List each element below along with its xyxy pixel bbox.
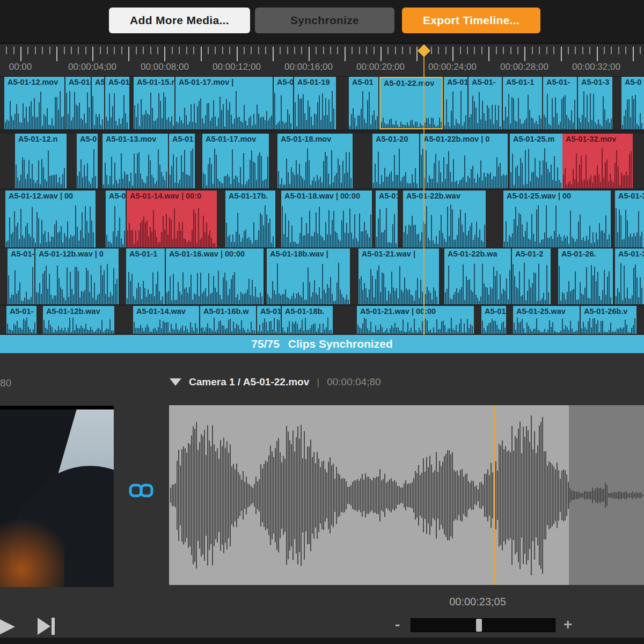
- clip-a5-01[interactable]: A5-01: [169, 134, 195, 188]
- video-track-1: A5-01-12.movA5-01-A5A5-01A5-01-15.rA5-01…: [0, 77, 644, 129]
- chevron-down-icon[interactable]: [170, 378, 181, 386]
- clip-a5-01-22b-mov-0[interactable]: A5-01-22b.mov | 0: [420, 134, 508, 188]
- clip-a5-0[interactable]: A5-0: [77, 134, 98, 188]
- clip-a5-01-18b[interactable]: A5-01-18b.: [282, 306, 333, 334]
- clip-a5-01-12-wav-00[interactable]: A5-01-12.wav | 00: [5, 191, 96, 247]
- zoom-out-button[interactable]: -: [395, 616, 400, 633]
- clip-label: A5-01-17b.: [225, 191, 275, 200]
- clip-a5-01-25-m[interactable]: A5-01-25.m: [510, 134, 562, 188]
- ruler-tick: [539, 47, 540, 54]
- clip-a5-01[interactable]: A5-01: [481, 306, 506, 334]
- zoom-slider-handle[interactable]: [476, 619, 482, 632]
- ruler-tick: [316, 47, 317, 54]
- ruler-tick: [49, 47, 50, 54]
- clip-a5[interactable]: A5: [92, 77, 104, 129]
- clip-waveform: [200, 317, 256, 334]
- clip-a5-01[interactable]: A5-01: [257, 306, 281, 334]
- clip-label: A5-01-25.wav | 00: [503, 191, 611, 200]
- zoom-slider-track[interactable]: [411, 618, 555, 632]
- clip-a5-01-25-wav[interactable]: A5-01-25.wav: [513, 306, 580, 334]
- export-timeline-button[interactable]: Export Timeline...: [402, 8, 540, 33]
- clip-a5-01[interactable]: A5-01-: [6, 306, 36, 334]
- clip-a5-01-14-wav-00-0[interactable]: A5-01-14.wav | 00:0: [127, 191, 217, 247]
- clip-a5-01-3[interactable]: A5-01-3: [578, 77, 612, 129]
- clip-a5-01-17-mov[interactable]: A5-01-17.mov: [202, 134, 269, 188]
- ruler-tick: [618, 47, 619, 54]
- clip-a5-01-22-mov[interactable]: A5-01-22.mov: [379, 77, 443, 129]
- clip-waveform: [126, 260, 165, 304]
- ruler-tick: [157, 47, 158, 54]
- clip-a5-0[interactable]: A5-0: [621, 77, 644, 129]
- timeline-ruler[interactable]: 00:0000:00:04;0000:00:08;0000:00:12;0000…: [0, 43, 644, 77]
- clip-a5-01-25-wav-00[interactable]: A5-01-25.wav | 00: [503, 191, 611, 247]
- clip-a5-01-32-mov[interactable]: A5-01-32.mov: [562, 134, 633, 188]
- clip-label: A5-01-16b.w: [200, 306, 256, 316]
- clip-a5-01[interactable]: A5-01: [376, 191, 398, 247]
- play-button[interactable]: [0, 615, 17, 641]
- clip-a5-01-32[interactable]: A5-01-32.: [615, 191, 644, 247]
- clip-waveform: [105, 89, 129, 129]
- skip-to-end-button[interactable]: [38, 617, 57, 638]
- clip-a5-01-18-wav-00-00[interactable]: A5-01-18.wav | 00:00: [281, 191, 372, 247]
- synchronize-button[interactable]: Synchronize: [255, 8, 394, 33]
- clip-a5-01-22b-wa[interactable]: A5-01-22b.wa: [444, 248, 511, 304]
- clip-a5-01-21-wav-00-00[interactable]: A5-01-21.wav | 00:00: [357, 306, 474, 334]
- left-edge-timecode: 80: [0, 377, 11, 389]
- ruler-tick: [496, 47, 497, 54]
- clip-a5-01-32[interactable]: A5-01-32: [615, 248, 644, 304]
- ruler-tick: [575, 47, 576, 54]
- clip-waveform: [282, 317, 333, 334]
- clip-a5-01-12b-wav[interactable]: A5-01-12b.wav: [43, 306, 114, 334]
- clip-a5-01-17b[interactable]: A5-01-17b.: [225, 191, 275, 247]
- clip-a5-01[interactable]: A5-01-: [8, 248, 34, 304]
- clip-waveform: [5, 202, 96, 247]
- clip-a5-0[interactable]: A5-0: [106, 191, 126, 247]
- clip-a5-01-14-wav[interactable]: A5-01-14.wav: [133, 306, 199, 334]
- clip-a5-01-16b-w[interactable]: A5-01-16b.w: [200, 306, 256, 334]
- clip-a5-01-26b-v[interactable]: A5-01-26b.v: [581, 306, 636, 334]
- clip-a5-01-21-wav[interactable]: A5-01-21.wav |: [358, 248, 439, 304]
- clip-a5-01-26[interactable]: A5-01-26.: [558, 248, 613, 304]
- clip-a5-01[interactable]: A5-01: [274, 77, 293, 129]
- clip-a5-01-18b-wav[interactable]: A5-01-18b.wav |: [267, 248, 350, 304]
- clip-a5-01-15-r[interactable]: A5-01-15.r: [134, 77, 174, 129]
- clip-a5-01-2[interactable]: A5-01-2: [512, 248, 551, 304]
- clip-a5-01-20[interactable]: A5-01-20: [372, 134, 419, 188]
- link-toggle[interactable]: [129, 483, 153, 500]
- clip-label: A5-01-22b.wav: [403, 191, 486, 200]
- clip-a5-01-1[interactable]: A5-01-1: [503, 77, 542, 129]
- clip-a5-01-18-mov[interactable]: A5-01-18.mov: [277, 134, 353, 188]
- ruler-tick: [172, 47, 173, 54]
- waveform-playhead[interactable]: [493, 405, 495, 585]
- clip-label: A5-01: [349, 77, 378, 86]
- clip-a5-01-13-mov[interactable]: A5-01-13.mov: [103, 134, 168, 188]
- clip-a5-01[interactable]: A5-01-: [543, 77, 577, 129]
- clip-a5-01[interactable]: A5-01-: [65, 77, 91, 129]
- clip-waveform: [581, 317, 636, 334]
- ruler-tick: [71, 47, 72, 54]
- clip-a5-01[interactable]: A5-01: [349, 77, 378, 129]
- clip-waveform: [558, 260, 613, 304]
- clip-a5-01-1[interactable]: A5-01-1: [126, 248, 165, 304]
- clip-a5-01-12-mov[interactable]: A5-01-12.mov: [4, 77, 64, 129]
- clip-a5-01-12-n[interactable]: A5-01-12.n: [15, 134, 67, 188]
- clip-a5-01-22b-wav[interactable]: A5-01-22b.wav: [403, 191, 486, 247]
- ruler-tick: [100, 47, 101, 54]
- clip-waveform: [127, 202, 217, 247]
- zoom-in-button[interactable]: +: [564, 616, 572, 633]
- clip-a5-01[interactable]: A5-01: [444, 77, 467, 129]
- clip-a5-01-19[interactable]: A5-01-19: [294, 77, 336, 129]
- clip-a5-01[interactable]: A5-01: [105, 77, 129, 129]
- clip-a5-01-12b-wav-0[interactable]: A5-01-12b.wav | 0: [35, 248, 119, 304]
- clip-a5-01[interactable]: A5-01-: [469, 77, 502, 129]
- clip-a5-01-17-mov[interactable]: A5-01-17.mov |: [175, 77, 273, 129]
- clip-waveform: [202, 145, 269, 188]
- thumbnail-orange-glow: [0, 508, 64, 587]
- clip-waveform: [8, 260, 34, 304]
- ruler-tick: [258, 47, 259, 54]
- sync-status-bar: 75/75 Clips Synchronized: [0, 335, 644, 353]
- add-more-media-button[interactable]: Add More Media...: [109, 8, 250, 33]
- clip-waveform: [92, 89, 104, 129]
- ruler-timecode-label: 00:00:32;00: [572, 62, 620, 72]
- clip-a5-01-16-wav-00-00[interactable]: A5-01-16.wav | 00:00: [166, 248, 264, 304]
